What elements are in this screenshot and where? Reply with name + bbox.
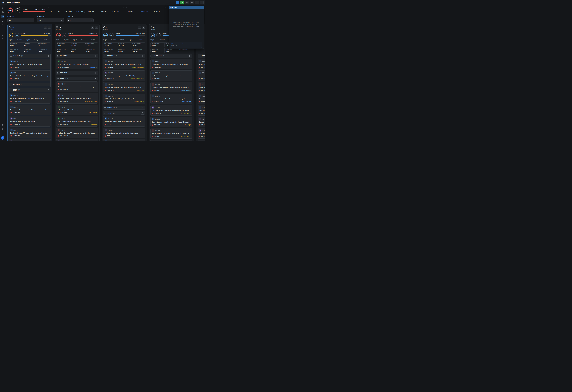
board-card[interactable]: SVC-53Archive extraction and format conv… <box>150 128 192 139</box>
list-type-icon <box>199 129 201 132</box>
column-collapse-button[interactable] <box>48 26 51 29</box>
sidebar-item-history[interactable] <box>1 27 4 31</box>
settings-button[interactable] <box>185 1 189 4</box>
column-collapse-button[interactable] <box>142 26 145 29</box>
board-card[interactable]: FEN-27Consolidate duplicate validation l… <box>150 59 192 69</box>
stat-logged: LOGGED186h 52m <box>120 39 126 42</box>
section-log-time-button[interactable] <box>94 55 97 57</box>
board-card[interactable]: FEN-43Implement data encryption at rest … <box>150 70 192 81</box>
section-header-working[interactable]: WORKING(8) <box>150 54 192 58</box>
sidebar-item-reports[interactable] <box>1 23 4 27</box>
section-header-open[interactable]: OPEN(13) <box>56 77 98 80</box>
board-card[interactable]: FEN-8Evaluate GraphQL gateway for mobile… <box>103 139 145 141</box>
section-log-time-button[interactable] <box>94 77 97 80</box>
board-card[interactable]: SVC-95Configure item type taxonomy for M… <box>150 82 192 93</box>
sidebar-item-search[interactable] <box>1 33 4 37</box>
section-header-open[interactable]: OPEN(21) <box>103 111 145 115</box>
section-log-time-button[interactable] <box>188 55 191 57</box>
sidebar-item-table[interactable] <box>1 11 4 14</box>
section-log-time-button[interactable] <box>141 112 144 114</box>
budget-ring: 149% <box>7 8 13 14</box>
board-card[interactable]: SVC-45Cost centre and budget allocation … <box>56 59 98 69</box>
board-card[interactable]: FEN-31Profile and reduce API response ti… <box>56 128 98 138</box>
theme-toggle[interactable] <box>1 123 4 126</box>
section-log-time-button[interactable] <box>141 106 144 109</box>
chat-button[interactable] <box>175 1 179 4</box>
board-card[interactable]: FEN-62Resolve API rate limiter not reset… <box>9 70 51 81</box>
section-log-time-button[interactable] <box>141 55 144 57</box>
board-card[interactable]: FEN-16Add IP aIN PROG <box>198 59 206 69</box>
board-card[interactable]: FEN-50ImproveIN PROG <box>198 70 206 81</box>
section-log-time-button[interactable] <box>47 83 50 86</box>
section-header-blocked[interactable]: BLOCKED(1) <box>9 82 51 86</box>
sidebar-item-settings[interactable] <box>1 37 4 41</box>
card-title: Archive extraction and format conversion… <box>152 133 191 134</box>
sidebar-item-home[interactable] <box>1 6 4 10</box>
summary-stat-group: PROJECTED COST$67,950LOGGED COST$210,499… <box>126 7 166 13</box>
section-header-working[interactable]: WORKING <box>198 54 206 58</box>
card-title: Board view freezing when displaying over… <box>105 121 144 122</box>
board-card[interactable]: FEN-45Profile and reduce API response ti… <box>9 128 51 138</box>
section-header-blocked[interactable]: BLOCKED(1) <box>56 71 98 75</box>
board-card[interactable]: SVC-44Internal communications kit develo… <box>150 94 192 104</box>
section-header-working[interactable]: WORKING(2) <box>9 54 51 58</box>
sidebar-item-docs[interactable] <box>1 19 4 23</box>
board-card[interactable]: SVC-93Architecture review for multi-enti… <box>103 59 145 69</box>
board-card[interactable]: FEN-60Reduce cold-start latency on serve… <box>9 59 51 69</box>
board-card[interactable]: HELP-27Board view freezing when displayi… <box>103 116 145 126</box>
board-card[interactable]: FEN-19Reduce bundle size by code-splitti… <box>9 105 51 115</box>
column-approve-button[interactable] <box>44 26 47 29</box>
close-icon[interactable] <box>200 7 202 9</box>
column-scrollbar[interactable] <box>145 54 145 87</box>
board-card[interactable]: SVC-55Build data synchronisation adapter… <box>150 117 192 127</box>
expand-sidebar[interactable] <box>1 131 4 135</box>
chevron-up-circle-icon <box>10 89 12 91</box>
nav-back-button[interactable] <box>195 1 199 4</box>
board-card[interactable]: HELP-90Inline coIN PROG <box>198 82 206 93</box>
nav-forward-button[interactable] <box>200 1 204 4</box>
section-header-open[interactable]: OPEN(7) <box>9 88 51 92</box>
sidebar-item-board[interactable] <box>1 15 4 18</box>
board-card[interactable]: FEN-89ImproveIN PROG <box>198 105 206 116</box>
section-header-working[interactable]: WORKING(1) <box>56 54 98 58</box>
board-card[interactable]: FEN-97Optimise stored procedure for cycl… <box>56 81 98 92</box>
board-card[interactable]: FEN-22Add codON HOL <box>198 128 206 139</box>
board-card[interactable]: FEN-51Build configurable notification pr… <box>56 139 98 141</box>
sparkle-type-icon <box>105 117 107 120</box>
board-card[interactable]: HELP-94DashboIN PROG <box>198 94 206 104</box>
board-card[interactable]: FEN-35Implement webhook retry with expon… <box>9 93 51 104</box>
help[interactable] <box>1 127 4 131</box>
board-card[interactable]: HELP-67SSO authentication failing for Ok… <box>103 94 145 104</box>
plan-agent-input[interactable] <box>170 42 202 47</box>
filter-container-select[interactable]: Any <box>67 18 94 22</box>
board-card[interactable]: FEN-44Add API key rotation workflow for … <box>56 116 98 126</box>
board-card[interactable]: FEN-21Add reaON HOL <box>198 140 206 141</box>
board-card[interactable]: FEN-76Create canary deployment process f… <box>9 139 51 141</box>
bookmark-button[interactable] <box>190 1 194 4</box>
column-scrollbar[interactable] <box>98 54 98 87</box>
board-card[interactable]: HELP-1Customer unable to reset password … <box>150 105 192 116</box>
card-title: Reduce bundle size by code-splitting das… <box>10 109 49 111</box>
column-approve-button[interactable] <box>91 26 94 29</box>
board-card[interactable]: SVC-15Architecture review for multi-enti… <box>103 82 145 93</box>
filter-resource-select[interactable]: Any <box>7 18 34 22</box>
board-card[interactable]: FEN-84Build approval chain workflow engi… <box>9 116 51 126</box>
column-collapse-button[interactable] <box>95 26 98 29</box>
section-header-working[interactable]: WORKING(4) <box>103 54 145 58</box>
section-log-time-button[interactable] <box>94 72 97 74</box>
user-avatar[interactable]: HK <box>1 136 4 140</box>
board-card[interactable]: FEN-15DesignON HOL <box>198 117 206 127</box>
section-header-blocked[interactable]: BLOCKED(5) <box>103 106 145 110</box>
board-card[interactable]: FEN-4Add code coverage threshold enforce… <box>150 140 192 141</box>
board-card[interactable]: SVC-87Reconciliation report generation f… <box>103 70 145 81</box>
board-card[interactable]: FEN-86Implement data encryption at rest … <box>103 128 145 138</box>
section-log-time-button[interactable] <box>47 55 50 57</box>
filter-job-role-select[interactable]: Any <box>37 18 64 22</box>
column-scrollbar[interactable] <box>50 54 51 87</box>
board-card[interactable]: FEN-17Implement data encryption at rest … <box>56 93 98 104</box>
column-scrollbar[interactable] <box>192 54 192 87</box>
section-log-time-button[interactable] <box>47 89 50 92</box>
column-approve-button[interactable] <box>138 26 141 29</box>
add-button[interactable] <box>180 1 184 4</box>
board-card[interactable]: FEN-14Build configurable notification pr… <box>56 105 98 115</box>
